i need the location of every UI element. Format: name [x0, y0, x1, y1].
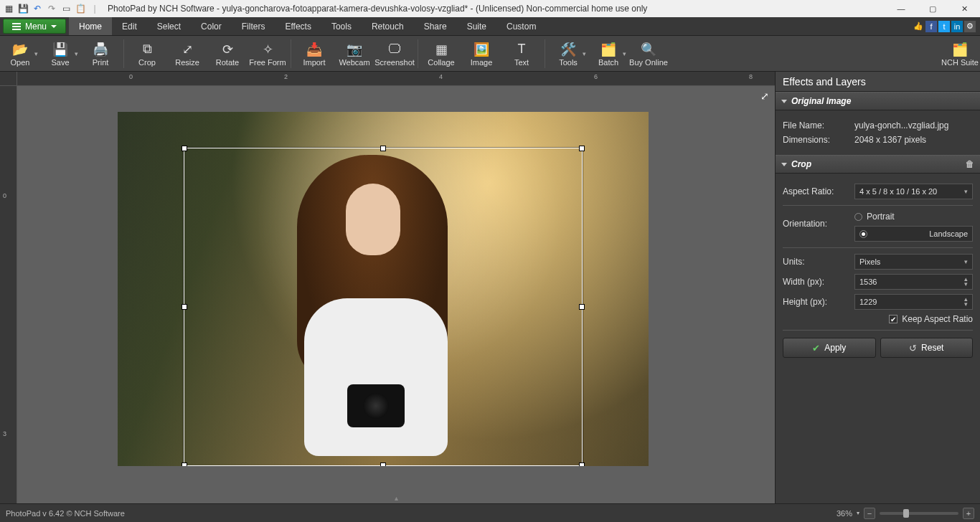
settings-icon[interactable]: ⚙	[964, 21, 976, 32]
menu-tab-suite[interactable]: Suite	[457, 17, 496, 35]
toolbar-print[interactable]: 🖨️Print	[80, 36, 121, 72]
qat-save-icon[interactable]: 💾	[17, 3, 29, 14]
units-select[interactable]: Pixels ▾	[854, 254, 973, 270]
toolbar-text[interactable]: TText	[501, 36, 542, 72]
crop-handle-sw[interactable]	[182, 462, 187, 466]
spinner-icon[interactable]: ▴▾	[964, 277, 968, 287]
crop-handle-w[interactable]	[182, 304, 187, 310]
crop-selection[interactable]	[184, 148, 583, 466]
ruler-h-tick: 8	[749, 73, 753, 80]
window-controls: — ▢ ✕	[885, 0, 980, 17]
twitter-icon[interactable]: t	[938, 21, 950, 32]
ruler-vertical: 03	[0, 86, 17, 503]
text-icon: T	[518, 41, 526, 58]
crop-handle-se[interactable]	[579, 462, 585, 466]
toolbar-print-label: Print	[93, 58, 109, 67]
toolbar-freeform[interactable]: ✧Free Form	[248, 36, 288, 72]
units-label: Units:	[783, 257, 854, 267]
chevron-down-icon: ▾	[964, 258, 968, 265]
section-original-header[interactable]: Original Image	[776, 92, 980, 110]
toolbar-import[interactable]: 📥Import	[294, 36, 334, 72]
toolbar-separator	[291, 39, 291, 68]
crop-handle-s[interactable]	[380, 462, 386, 466]
zoom-caret[interactable]: ▾	[857, 510, 859, 516]
titlebar: ▦ 💾 ↶ ↷ ▭ 📋 | PhotoPad by NCH Software -…	[0, 0, 980, 17]
canvas-background[interactable]: ⤢	[17, 86, 775, 503]
section-crop-header[interactable]: Crop 🗑	[776, 155, 980, 174]
menu-tab-home[interactable]: Home	[69, 17, 112, 35]
crop-handle-n[interactable]	[380, 146, 386, 151]
apply-button[interactable]: ✔ Apply	[783, 338, 876, 358]
effects-panel: Effects and Layers Original Image File N…	[775, 72, 980, 503]
keep-aspect-checkbox[interactable]: ✔ Keep Aspect Ratio	[889, 314, 973, 324]
width-input[interactable]: 1536 ▴▾	[854, 274, 973, 290]
menu-button[interactable]: Menu	[3, 19, 66, 34]
menu-tab-filters[interactable]: Filters	[232, 17, 275, 35]
toolbar-collage[interactable]: ▦Collage	[421, 36, 461, 72]
webcam-icon: 📷	[347, 41, 362, 58]
qat-redo-icon[interactable]: ↷	[46, 3, 57, 14]
menubar: Menu HomeEditSelectColorFiltersEffectsTo…	[0, 17, 980, 36]
menu-tab-custom[interactable]: Custom	[496, 17, 546, 35]
like-icon[interactable]: 👍	[913, 21, 924, 32]
height-input[interactable]: 1229 ▴▾	[854, 294, 973, 310]
toolbar-screenshot[interactable]: 🖵Screenshot	[374, 36, 415, 72]
toolbar-buy[interactable]: 🔍Buy Online	[628, 36, 669, 72]
zoom-slider[interactable]	[880, 512, 958, 515]
toolbar-open[interactable]: 📂Open	[0, 36, 40, 72]
menu-tab-color[interactable]: Color	[191, 17, 232, 35]
orientation-landscape-label: Landscape	[929, 229, 968, 238]
app-icon: ▦	[3, 3, 14, 14]
toolbar-nchsuite[interactable]: 🗂️ NCH Suite	[940, 36, 980, 72]
minimize-button[interactable]: —	[885, 0, 917, 17]
menu-tab-retouch[interactable]: Retouch	[362, 17, 414, 35]
menu-tab-effects[interactable]: Effects	[275, 17, 321, 35]
crop-icon: ⧉	[143, 41, 152, 58]
menu-tab-select[interactable]: Select	[147, 17, 191, 35]
toolbar-webcam[interactable]: 📷Webcam	[334, 36, 374, 72]
close-button[interactable]: ✕	[948, 0, 980, 17]
zoom-controls: 36% ▾ − +	[837, 508, 974, 519]
menu-tab-tools[interactable]: Tools	[321, 17, 362, 35]
maximize-button[interactable]: ▢	[917, 0, 948, 17]
horizontal-pager-icon[interactable]: ▴	[395, 494, 398, 502]
ruler-v-tick: 3	[3, 430, 6, 437]
qat-new-icon[interactable]: ▭	[60, 3, 72, 14]
qat-undo-icon[interactable]: ↶	[32, 3, 43, 14]
zoom-thumb[interactable]	[903, 509, 909, 518]
toolbar-resize[interactable]: ⤢Resize	[167, 36, 207, 72]
toolbar-batch-label: Batch	[598, 58, 618, 67]
save-icon: 💾	[52, 41, 68, 58]
qat-paste-icon[interactable]: 📋	[75, 3, 86, 14]
status-left: PhotoPad v 6.42 © NCH Software	[6, 509, 125, 518]
orientation-portrait-radio[interactable]: Portrait	[854, 212, 973, 222]
qat-divider: |	[89, 3, 100, 14]
toolbar-batch[interactable]: 🗂️Batch	[588, 36, 628, 72]
spinner-icon[interactable]: ▴▾	[964, 297, 968, 307]
aspect-select[interactable]: 4 x 5 / 8 x 10 / 16 x 20 ▾	[854, 184, 973, 199]
expand-icon[interactable]: ⤢	[759, 90, 771, 102]
toolbar-crop[interactable]: ⧉Crop	[127, 36, 167, 72]
menu-tab-edit[interactable]: Edit	[112, 17, 147, 35]
delete-layer-icon[interactable]: 🗑	[966, 159, 974, 169]
section-original-label: Original Image	[791, 96, 851, 106]
section-crop-body: Aspect Ratio: 4 x 5 / 8 x 10 / 16 x 20 ▾…	[776, 174, 980, 364]
reset-button[interactable]: ↺ Reset	[880, 338, 974, 358]
reset-label: Reset	[921, 343, 943, 353]
crop-handle-nw[interactable]	[182, 146, 187, 151]
zoom-in-button[interactable]: +	[963, 508, 974, 519]
quick-access-toolbar: ▦ 💾 ↶ ↷ ▭ 📋 |	[0, 3, 103, 14]
toolbar-save[interactable]: 💾Save	[40, 36, 80, 72]
crop-handle-ne[interactable]	[579, 146, 585, 151]
facebook-icon[interactable]: f	[925, 21, 937, 32]
image-canvas[interactable]	[118, 112, 649, 466]
menu-tab-share[interactable]: Share	[414, 17, 457, 35]
zoom-out-button[interactable]: −	[864, 508, 875, 519]
toolbar-tools[interactable]: 🛠️Tools	[548, 36, 588, 72]
toolbar: 📂Open💾Save🖨️Print⧉Crop⤢Resize⟳Rotate✧Fre…	[0, 36, 980, 72]
crop-handle-e[interactable]	[579, 304, 585, 310]
orientation-landscape-radio[interactable]: Landscape	[854, 226, 973, 242]
linkedin-icon[interactable]: in	[951, 21, 963, 32]
toolbar-image[interactable]: 🖼️Image	[461, 36, 501, 72]
toolbar-rotate[interactable]: ⟳Rotate	[207, 36, 248, 72]
